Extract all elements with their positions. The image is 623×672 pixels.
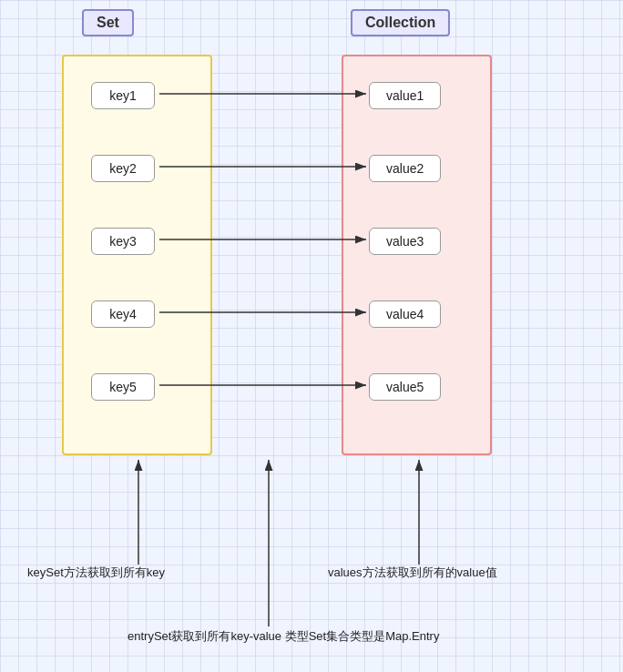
diagram-container: Set Collection key1 key2 key3 key4 key5 … — [0, 0, 623, 672]
value-box-4: value4 — [369, 300, 441, 328]
key-box-2: key2 — [91, 155, 155, 182]
value-box-3: value3 — [369, 228, 441, 255]
key-box-1: key1 — [91, 82, 155, 109]
annotation-values: values方法获取到所有的value值 — [328, 565, 497, 581]
value-box-1: value1 — [369, 82, 441, 109]
header-collection: Collection — [351, 9, 450, 36]
value-box-5: value5 — [369, 373, 441, 401]
key-box-4: key4 — [91, 300, 155, 328]
header-set: Set — [82, 9, 134, 36]
annotation-entryset: entrySet获取到所有key-value 类型Set集合类型是Map.Ent… — [128, 628, 439, 645]
value-box-2: value2 — [369, 155, 441, 182]
key-box-5: key5 — [91, 373, 155, 401]
annotation-keyset: keySet方法获取到所有key — [27, 565, 165, 581]
key-box-3: key3 — [91, 228, 155, 255]
